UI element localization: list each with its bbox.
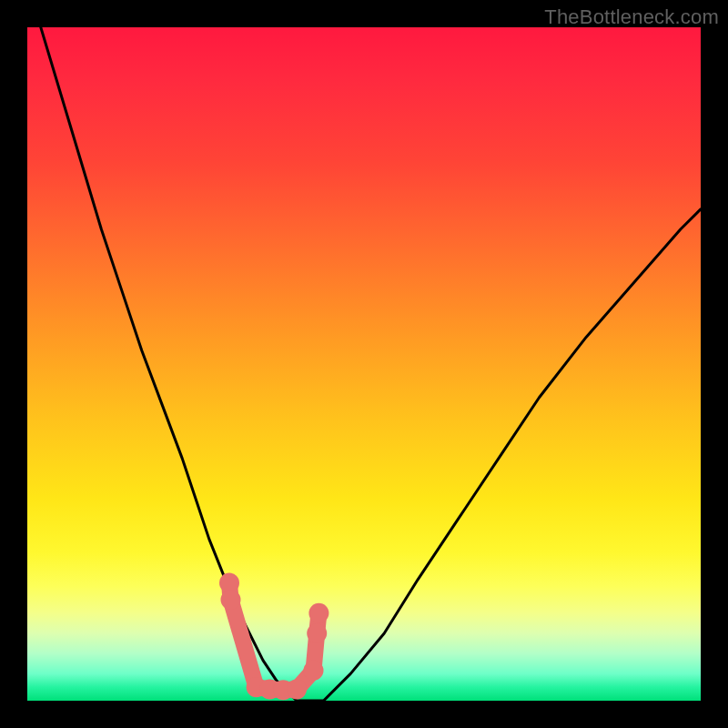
bottleneck-curve-path [41,27,701,701]
data-beads [219,573,329,701]
data-bead [221,590,241,610]
bottleneck-curve [41,27,701,701]
data-bead [307,623,327,643]
chart-svg [27,27,701,701]
data-bead [308,603,329,623]
chart-frame [27,27,701,701]
data-bead [304,661,324,681]
data-bead [287,679,307,699]
watermark-text: TheBottleneck.com [544,5,719,29]
